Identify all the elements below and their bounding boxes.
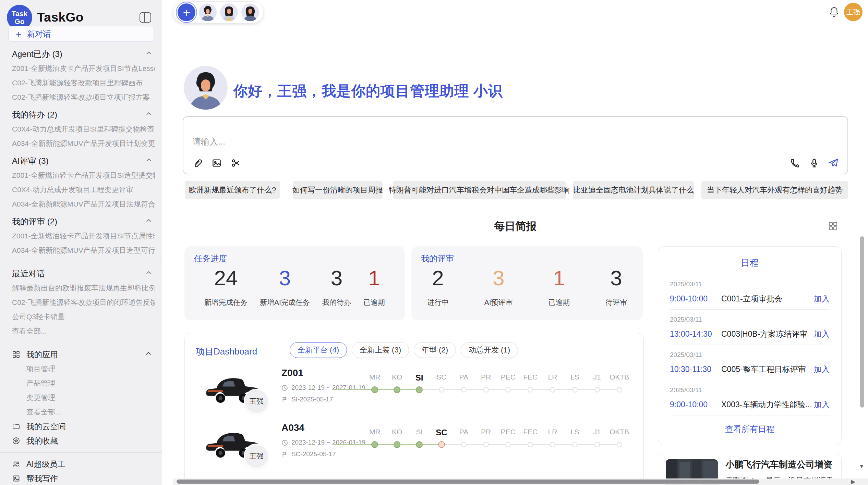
- divider: [0, 343, 162, 343]
- list-item[interactable]: Z001-全新燃油轻卡产品开发项目SI造型提交物评审: [12, 168, 155, 183]
- list-item[interactable]: C02-飞腾新能源轻客改款项目立项汇报方案: [12, 90, 155, 104]
- schedule-event: 2025/03/11 10:30-11:30 C005-整车工程目标评审 加入: [670, 345, 830, 380]
- list-item[interactable]: Z001-全新燃油轻卡产品开发项目SI节点属性5D文件评审: [12, 229, 155, 243]
- user-avatar[interactable]: 王强: [844, 3, 863, 21]
- tab-new-body[interactable]: 全新上装 (3): [352, 342, 409, 358]
- event-date: 2025/03/11: [670, 281, 830, 288]
- scroll-down-arrow-icon[interactable]: ▼: [859, 463, 865, 470]
- stat-overdue: 1 已逾期: [363, 265, 385, 307]
- avatar[interactable]: [220, 3, 238, 21]
- view-all-recent[interactable]: 查看全部...: [12, 324, 155, 338]
- sidebar-list: Agent已办 (3) Z001-全新燃油皮卡产品开发项目SI节点Lesson …: [0, 44, 162, 485]
- sidebar-item-ai-super-staff[interactable]: AI超级员工: [12, 457, 155, 471]
- image-upload-icon[interactable]: [212, 158, 222, 168]
- list-item[interactable]: A034-全新新能源MUV产品开发项目法规符合性评审: [12, 197, 155, 211]
- sidebar-collapse-icon[interactable]: [140, 12, 151, 23]
- stat-label: 进行中: [427, 298, 449, 307]
- view-all-apps[interactable]: 查看全部...: [12, 405, 155, 419]
- send-icon[interactable]: [828, 158, 839, 168]
- sidebar-item-change-mgmt[interactable]: 变更管理: [12, 390, 155, 405]
- suggestion-chip[interactable]: 如何写一份清晰的项目周报: [293, 181, 383, 199]
- section-header-ai-review[interactable]: AI评审 (3): [12, 154, 155, 168]
- owner-badge: 王强: [244, 444, 269, 469]
- divider: [0, 452, 162, 453]
- join-link[interactable]: 加入: [814, 364, 830, 375]
- tab-model-year[interactable]: 年型 (2): [414, 342, 456, 358]
- list-item[interactable]: 公司Q3轻卡销量: [12, 310, 155, 324]
- list-item[interactable]: C02-飞腾新能源轻客改款项目里程碑画布: [12, 76, 155, 90]
- join-link[interactable]: 加入: [814, 294, 830, 304]
- assistant-avatar: [184, 66, 228, 110]
- sidebar-item-my-favorites[interactable]: 我的收藏: [12, 434, 155, 448]
- sidebar-item-my-apps[interactable]: 我的应用: [12, 347, 155, 362]
- chevron-up-icon[interactable]: [145, 156, 153, 166]
- stat-value: 2: [432, 265, 444, 291]
- logo-text-top: Task: [12, 10, 27, 17]
- new-chat-button[interactable]: ＋ 新对话: [8, 26, 154, 42]
- section-header-agent-done[interactable]: Agent已办 (3): [12, 47, 155, 61]
- event-title: X003-车辆动力学性能验...: [721, 399, 814, 410]
- microphone-icon[interactable]: [809, 158, 819, 168]
- chevron-up-icon[interactable]: [145, 269, 153, 278]
- chevron-up-icon[interactable]: [145, 49, 153, 59]
- section-header-my-todo[interactable]: 我的待办 (2): [12, 108, 155, 122]
- list-item[interactable]: C0X4-动力总成开发项目工程变更评审: [12, 183, 155, 197]
- layout-grid-icon[interactable]: [828, 221, 838, 231]
- schedule-list: 2025/03/11 9:00-10:00 C001-立项审批会 加入 2025…: [658, 274, 841, 415]
- message-input[interactable]: [192, 137, 535, 147]
- join-link[interactable]: 加入: [814, 399, 830, 410]
- avatar[interactable]: [241, 3, 259, 21]
- owner-badge: 王强: [244, 389, 269, 414]
- stat-label: 已逾期: [548, 298, 570, 307]
- section-header-my-review[interactable]: 我的评审 (2): [12, 214, 155, 229]
- list-item[interactable]: Z001-全新燃油皮卡产品开发项目SI节点Lesson Learn报告: [12, 61, 155, 76]
- stat-value: 24: [214, 265, 238, 291]
- event-time: 13:00-14:30: [670, 329, 721, 339]
- list-item[interactable]: A034-全新新能源MUV产品开发项目造型可行性评审: [12, 243, 155, 258]
- project-row[interactable]: 王强 Z001 2023-12-19 ~ 2027-01-19 SI-2025-…: [185, 365, 644, 420]
- add-agent-button[interactable]: ＋: [178, 3, 195, 21]
- card-title: 我的评审: [421, 253, 454, 264]
- tab-new-platform[interactable]: 全新平台 (4): [290, 342, 347, 358]
- suggestion-chip[interactable]: 特朗普可能对进口汽车增税会对中国车企造成哪些影响: [393, 181, 566, 199]
- sidebar-item-help-me-write[interactable]: 帮我写作: [12, 471, 155, 485]
- attachment-icon[interactable]: [192, 158, 203, 168]
- suggestion-chip[interactable]: 当下年轻人对汽车外观有怎样的喜好趋势: [701, 181, 848, 199]
- stat-label: 已逾期: [363, 298, 385, 307]
- section-header-recent-chats[interactable]: 最近对话: [12, 266, 155, 281]
- app-title: TaskGo: [37, 10, 84, 25]
- view-all-schedule-link[interactable]: 查看所有日程: [658, 424, 841, 435]
- sidebar-item-product-mgmt[interactable]: 产品管理: [12, 376, 155, 390]
- stat-value: 3: [610, 265, 622, 291]
- avatar[interactable]: [199, 3, 217, 21]
- scroll-right-arrow-icon[interactable]: ▶: [851, 478, 855, 485]
- list-item[interactable]: A034-全新新能源MUV产品开发项目计划变更表编写: [12, 136, 155, 151]
- join-link[interactable]: 加入: [814, 329, 830, 339]
- owner-name: 王强: [249, 451, 264, 461]
- stat-label: 我的待办: [322, 298, 351, 307]
- section-title: AI评审 (3): [12, 156, 49, 166]
- suggestion-chip[interactable]: 比亚迪全固态电池计划具体说了什么: [573, 181, 694, 199]
- tab-powertrain[interactable]: 动总开发 (1): [461, 342, 518, 358]
- list-item[interactable]: C02-飞腾新能源轻客改款项目的闭环通告反馈情况: [12, 295, 155, 310]
- horizontal-scrollbar-thumb[interactable]: [177, 480, 759, 484]
- suggestion-chip[interactable]: 欧洲新规最近颁布了什么?: [185, 181, 280, 199]
- event-time: 9:00-10:00: [670, 294, 721, 303]
- chevron-up-icon[interactable]: [145, 217, 153, 226]
- list-item[interactable]: C0X4-动力总成开发项目SI里程碑提交物检查: [12, 122, 155, 136]
- sidebar-item-label: 我的收藏: [26, 436, 58, 446]
- chevron-up-icon[interactable]: [144, 349, 153, 360]
- sidebar-item-my-cloud[interactable]: 我的云空间: [12, 419, 155, 434]
- phone-call-icon[interactable]: [790, 158, 800, 168]
- event-time: 10:30-11:30: [670, 365, 721, 374]
- vertical-scrollbar-thumb[interactable]: [860, 236, 864, 408]
- chevron-up-icon[interactable]: [145, 110, 153, 120]
- dates-text: 2023-12-19 ~ 2027-01-19: [291, 384, 365, 391]
- screenshot-scissors-icon[interactable]: [231, 158, 241, 168]
- event-date: 2025/03/11: [670, 386, 830, 394]
- stat-in-progress: 2 进行中: [427, 265, 449, 307]
- project-row[interactable]: 王强 A034 2023-12-19 ~ 2026-01-19 SC-2025-…: [185, 420, 644, 474]
- list-item[interactable]: 解释最新出台的欧盟报废车法规再生塑料比例被调至15%...: [12, 281, 155, 295]
- notification-bell-icon[interactable]: [829, 6, 839, 18]
- sidebar-item-project-mgmt[interactable]: 项目管理: [12, 362, 155, 376]
